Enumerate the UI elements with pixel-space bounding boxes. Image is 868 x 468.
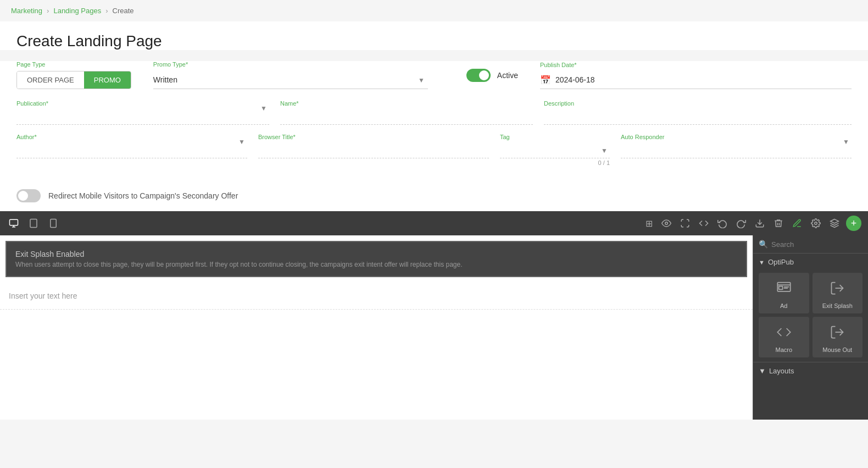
dotted-grid-icon[interactable]: ⊞: [643, 216, 655, 231]
calendar-icon: 📅: [540, 75, 551, 85]
canvas-placeholder[interactable]: Insert your text here: [0, 283, 753, 310]
exit-splash-title: Exit Splash Enabled: [15, 250, 737, 258]
optipub-header[interactable]: ▼ OptiPub: [759, 258, 863, 266]
auto-responder-field: Auto Responder ▼: [621, 134, 852, 166]
page-type-toggle: ORDER PAGE PROMO: [16, 71, 131, 89]
panel-layouts-section: ▼ Layouts: [753, 362, 868, 379]
breadcrumb-marketing[interactable]: Marketing: [11, 7, 42, 15]
description-input[interactable]: [544, 109, 852, 125]
exit-splash-label: Exit Splash: [822, 302, 853, 309]
canvas-area[interactable]: Exit Splash Enabled When users attempt t…: [0, 235, 753, 420]
gear-icon[interactable]: [809, 216, 823, 230]
ad-label: Ad: [780, 302, 787, 309]
pencil-icon[interactable]: [790, 216, 804, 230]
optipub-grid: Ad Exit Splash Macro: [759, 271, 863, 360]
panel-item-exit-splash[interactable]: Exit Splash: [813, 273, 863, 313]
redirect-row: Redirect Mobile Visitors to Campaign's S…: [0, 180, 868, 211]
undo-icon[interactable]: [715, 216, 730, 230]
author-select[interactable]: [16, 142, 247, 158]
breadcrumb-sep-2: ›: [105, 7, 108, 15]
description-field: Description: [544, 100, 852, 125]
browser-title-label: Browser Title*: [258, 134, 489, 140]
breadcrumb-create: Create: [113, 7, 134, 15]
exit-splash-desc: When users attempt to close this page, t…: [15, 261, 737, 268]
publication-select[interactable]: [16, 109, 269, 125]
promo-type-select-wrapper: Written Video Hybrid ▼: [153, 71, 428, 89]
auto-responder-label: Auto Responder: [621, 134, 852, 140]
svg-point-7: [665, 222, 668, 225]
eye-icon[interactable]: [659, 216, 674, 230]
layouts-label: Layouts: [769, 367, 794, 375]
promo-type-select[interactable]: Written Video Hybrid: [153, 71, 428, 89]
browser-title-field: Browser Title*: [258, 134, 489, 166]
tag-counter: 0 / 1: [500, 159, 610, 166]
svg-point-9: [815, 222, 817, 225]
svg-rect-0: [10, 219, 18, 225]
tag-select[interactable]: [500, 142, 610, 158]
pub-name-desc-row: Publication* ▼ Name* Description: [16, 100, 852, 125]
publish-date-field: Publish Date* 📅: [540, 62, 852, 89]
search-icon: 🔍: [759, 240, 768, 249]
breadcrumb-landing-pages[interactable]: Landing Pages: [53, 7, 101, 15]
toggle-slider: [466, 69, 491, 82]
tag-select-wrapper: ▼: [500, 142, 610, 158]
optipub-chevron: ▼: [759, 259, 765, 266]
optipub-label: OptiPub: [768, 258, 794, 266]
toolbar-left: [7, 216, 60, 230]
publication-label: Publication*: [16, 100, 269, 107]
trash-icon[interactable]: [771, 216, 786, 230]
form-section: Page Type ORDER PAGE PROMO Promo Type* W…: [0, 61, 868, 180]
redirect-toggle[interactable]: [16, 189, 41, 202]
editor-toolbar: ⊞: [0, 211, 868, 235]
author-browser-tag-row: Author* ▼ Browser Title* Tag ▼ 0 / 1 Aut…: [16, 134, 852, 166]
page-type-label: Page Type: [16, 61, 131, 68]
exit-splash-icon: [830, 280, 845, 299]
code-icon[interactable]: [697, 216, 711, 230]
page-type-row: Page Type ORDER PAGE PROMO Promo Type* W…: [16, 61, 852, 89]
promo-type-label: Promo Type*: [153, 61, 428, 68]
panel-item-macro[interactable]: Macro: [759, 317, 809, 357]
active-label: Active: [497, 71, 518, 80]
canvas-empty: [0, 310, 753, 420]
svg-rect-13: [778, 287, 782, 290]
order-page-btn[interactable]: ORDER PAGE: [17, 71, 84, 89]
expand-icon[interactable]: [678, 216, 692, 230]
panel-search: 🔍: [753, 235, 868, 254]
promo-type-field: Promo Type* Written Video Hybrid ▼: [153, 61, 428, 89]
description-label: Description: [544, 100, 852, 107]
download-icon[interactable]: [753, 216, 767, 230]
editor-body: Exit Splash Enabled When users attempt t…: [0, 235, 868, 420]
desktop-icon[interactable]: [7, 216, 21, 230]
mobile-icon[interactable]: [46, 216, 60, 230]
name-input[interactable]: [280, 109, 533, 125]
tablet-icon[interactable]: [26, 216, 41, 230]
page-title: Create Landing Page: [16, 32, 852, 50]
panel-item-mouse-out[interactable]: Mouse Out: [813, 317, 863, 357]
publish-date-input[interactable]: [555, 75, 852, 84]
redo-icon[interactable]: [734, 216, 748, 230]
breadcrumb: Marketing › Landing Pages › Create: [0, 0, 868, 21]
browser-title-input[interactable]: [258, 142, 489, 158]
toolbar-right: ⊞: [643, 216, 861, 231]
name-field: Name*: [280, 100, 533, 125]
publish-date-row: 📅: [540, 71, 852, 89]
promo-btn[interactable]: PROMO: [84, 71, 131, 89]
auto-responder-select[interactable]: [621, 142, 852, 158]
layouts-header[interactable]: ▼ Layouts: [759, 367, 863, 375]
macro-label: Macro: [775, 346, 792, 353]
tag-label: Tag: [500, 134, 610, 140]
mouse-out-icon: [830, 324, 845, 343]
breadcrumb-sep-1: ›: [47, 7, 49, 15]
macro-icon: [776, 324, 792, 343]
layouts-chevron: ▼: [759, 367, 766, 375]
active-toggle[interactable]: [466, 69, 491, 82]
layers-icon[interactable]: [827, 216, 842, 230]
panel-search-input[interactable]: [771, 240, 864, 249]
author-label: Author*: [16, 134, 247, 140]
panel-item-ad[interactable]: Ad: [759, 273, 809, 313]
exit-splash-banner: Exit Splash Enabled When users attempt t…: [5, 241, 747, 277]
redirect-slider: [16, 189, 41, 202]
author-field: Author* ▼: [16, 134, 247, 166]
add-block-button[interactable]: +: [846, 216, 861, 231]
right-panel: 🔍 ▼ OptiPub Ad: [753, 235, 868, 420]
